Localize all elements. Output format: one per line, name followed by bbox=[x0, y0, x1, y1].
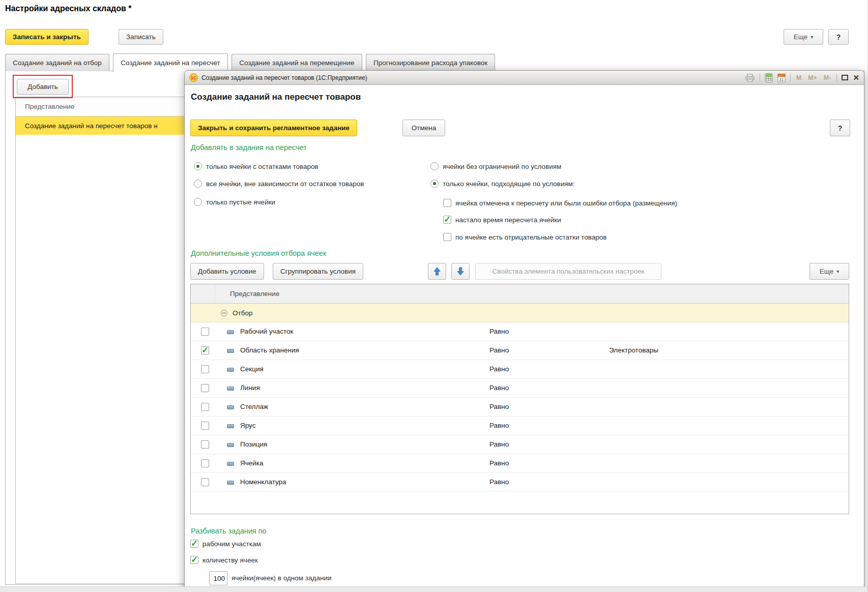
memory-recall-button[interactable]: M bbox=[795, 74, 802, 81]
1c-logo-icon: 1С bbox=[189, 73, 198, 82]
radio-icon bbox=[194, 180, 202, 188]
row-checkbox[interactable] bbox=[201, 346, 209, 354]
equals-icon bbox=[227, 481, 234, 485]
checkbox-icon bbox=[190, 540, 198, 548]
condition-row[interactable]: Ячейка Равно bbox=[191, 454, 849, 473]
calculator-icon[interactable] bbox=[765, 73, 773, 82]
row-checkbox[interactable] bbox=[201, 422, 209, 430]
equals-icon bbox=[227, 387, 234, 391]
row-checkbox[interactable] bbox=[201, 365, 209, 373]
condition-value: Электротовары bbox=[609, 346, 658, 354]
checkbox-icon bbox=[443, 199, 451, 207]
radio-cells-matching-conditions[interactable]: только ячейки, подходящие по условиям: bbox=[430, 179, 575, 189]
condition-field-label: Область хранения bbox=[240, 346, 299, 354]
list-item-label: Создание заданий на пересчет товаров н bbox=[25, 122, 158, 130]
page-more-label: Еще bbox=[794, 33, 807, 41]
save-and-close-button[interactable]: Записать и закрыть bbox=[5, 29, 89, 45]
checkbox-marked-or-errors[interactable]: ячейка отмечена к пересчету или были оши… bbox=[443, 198, 677, 208]
radio-icon bbox=[430, 180, 439, 188]
row-checkbox[interactable] bbox=[201, 459, 209, 467]
add-condition-button[interactable]: Добавить условие bbox=[190, 263, 264, 280]
cells-per-task-input[interactable] bbox=[209, 571, 227, 585]
condition-field-label: Стеллаж bbox=[240, 403, 268, 410]
chevron-down-icon: ▾ bbox=[836, 269, 839, 274]
condition-operator: Равно bbox=[489, 328, 509, 335]
radio-cells-no-restrictions[interactable]: ячейки без ограничений по условиям bbox=[430, 161, 561, 171]
maximize-icon[interactable] bbox=[842, 75, 848, 80]
condition-field-label: Ярус bbox=[240, 422, 255, 429]
group-conditions-button[interactable]: Сгруппировать условия bbox=[273, 263, 363, 280]
row-checkbox[interactable] bbox=[201, 403, 209, 411]
equals-icon bbox=[227, 405, 234, 409]
condition-operator: Равно bbox=[489, 478, 509, 486]
tab-label: Создание заданий на перемещение bbox=[239, 59, 354, 67]
memory-minus-button[interactable]: M- bbox=[823, 74, 832, 81]
radio-all-cells[interactable]: все ячейки, вне зависимости от остатков … bbox=[194, 179, 364, 189]
tab-create-move-tasks[interactable]: Создание заданий на перемещение bbox=[232, 54, 362, 71]
checkbox-negative-stock[interactable]: по ячейке есть отрицательные остатки тов… bbox=[443, 232, 606, 242]
memory-plus-button[interactable]: M+ bbox=[807, 74, 818, 81]
condition-row[interactable]: Секция Равно bbox=[191, 360, 849, 379]
checkbox-label: настало время пересчета ячейки bbox=[455, 216, 561, 224]
radio-label: ячейки без ограничений по условиям bbox=[443, 163, 561, 170]
row-checkbox[interactable] bbox=[201, 328, 209, 336]
conditions-table: Представление Отбор Рабочий участок Равн… bbox=[190, 284, 849, 514]
condition-row[interactable]: Стеллаж Равно bbox=[191, 398, 849, 417]
close-and-save-schedule-button[interactable]: Закрыть и сохранить регламентное задание bbox=[190, 120, 357, 136]
add-section-heading: Добавлять в задания на пересчет bbox=[191, 143, 307, 152]
tab-packaging-forecast[interactable]: Прогнозирование расхода упаковок bbox=[366, 54, 495, 71]
equals-icon bbox=[227, 462, 234, 466]
checkbox-by-cell-count[interactable]: количеству ячеек bbox=[190, 555, 258, 565]
conditions-group-row[interactable]: Отбор bbox=[191, 304, 849, 322]
cancel-button[interactable]: Отмена bbox=[402, 120, 445, 136]
row-checkbox[interactable] bbox=[201, 384, 209, 392]
checkbox-by-work-areas[interactable]: рабочим участкам bbox=[190, 539, 261, 549]
user-settings-properties-button[interactable]: Свойства элемента пользовательских настр… bbox=[475, 263, 661, 280]
condition-row[interactable]: Номенклатура Равно bbox=[191, 473, 849, 492]
radio-only-cells-with-stock[interactable]: только ячейки с остатками товаров bbox=[194, 161, 319, 171]
checkbox-label: ячейка отмечена к пересчету или были оши… bbox=[455, 199, 677, 207]
tab-label: Прогнозирование расхода упаковок bbox=[373, 59, 487, 67]
row-checkbox[interactable] bbox=[201, 440, 209, 449]
condition-operator: Равно bbox=[489, 365, 509, 373]
conditions-more-label: Еще bbox=[820, 268, 833, 275]
print-icon[interactable] bbox=[745, 74, 755, 82]
condition-row[interactable]: Линия Равно bbox=[191, 379, 849, 398]
condition-operator: Равно bbox=[489, 422, 509, 429]
checkbox-label: рабочим участкам bbox=[202, 540, 261, 548]
move-up-button[interactable] bbox=[428, 263, 446, 280]
dialog-titlebar[interactable]: 1С Создание заданий на пересчет товаров … bbox=[185, 71, 864, 85]
conditions-table-header: Представление bbox=[191, 284, 849, 304]
move-down-button[interactable] bbox=[451, 263, 470, 280]
window-bottom-edge bbox=[0, 586, 868, 592]
tab-create-recount-tasks[interactable]: Создание заданий на пересчет bbox=[113, 53, 227, 72]
list-column-header-label: Представление bbox=[25, 103, 74, 110]
radio-label: только пустые ячейки bbox=[206, 198, 275, 206]
split-section-heading: Разбивать задания по bbox=[191, 527, 267, 535]
conditions-more-button[interactable]: Еще ▾ bbox=[809, 263, 849, 280]
row-checkbox[interactable] bbox=[201, 478, 209, 486]
page-help-button[interactable]: ? bbox=[828, 29, 849, 45]
checkbox-icon bbox=[443, 216, 451, 224]
condition-operator: Равно bbox=[489, 440, 509, 448]
condition-field-label: Позиция bbox=[240, 440, 267, 448]
checkbox-icon bbox=[190, 556, 198, 564]
radio-only-empty-cells[interactable]: только пустые ячейки bbox=[194, 197, 275, 207]
checkbox-label: количеству ячеек bbox=[202, 556, 258, 564]
tab-create-pick-tasks[interactable]: Создание заданий на отбор bbox=[5, 54, 109, 71]
radio-icon bbox=[194, 198, 202, 206]
close-icon[interactable]: ✕ bbox=[853, 74, 859, 81]
dialog-help-button[interactable]: ? bbox=[830, 120, 850, 136]
collapse-icon[interactable] bbox=[221, 310, 227, 316]
calendar-icon[interactable]: 31 bbox=[777, 73, 786, 82]
condition-row[interactable]: Ярус Равно bbox=[191, 417, 849, 435]
condition-row[interactable]: Рабочий участок Равно bbox=[191, 322, 849, 341]
checkbox-recount-time[interactable]: настало время пересчета ячейки bbox=[443, 215, 561, 225]
equals-icon bbox=[227, 424, 234, 428]
condition-row[interactable]: Позиция Равно bbox=[191, 435, 849, 454]
condition-row[interactable]: Область хранения Равно Электротовары bbox=[191, 341, 849, 360]
page-more-button[interactable]: Еще ▾ bbox=[784, 29, 823, 45]
save-button[interactable]: Записать bbox=[119, 29, 163, 45]
condition-field-label: Линия bbox=[240, 384, 260, 392]
condition-field-label: Номенклатура bbox=[240, 478, 286, 486]
